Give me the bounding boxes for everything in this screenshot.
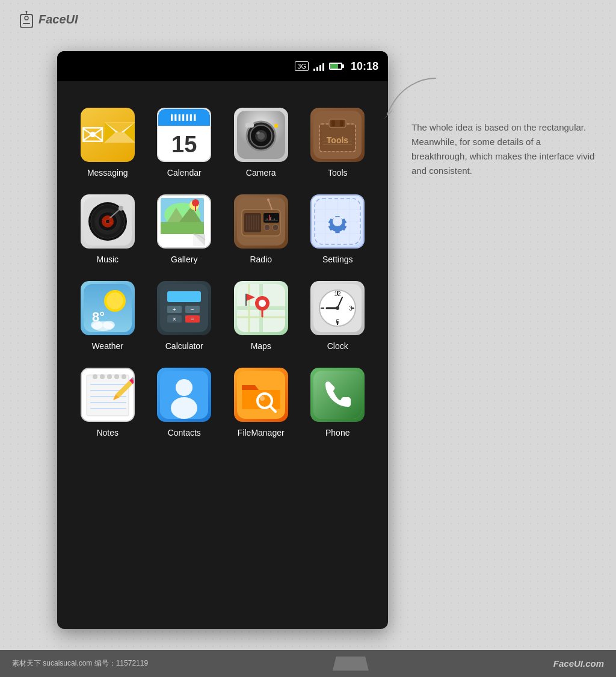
logo-icon bbox=[18, 11, 35, 28]
svg-rect-105 bbox=[245, 294, 247, 306]
svg-point-129 bbox=[114, 374, 119, 379]
svg-point-137 bbox=[176, 379, 192, 396]
music-icon bbox=[81, 194, 135, 249]
svg-rect-22 bbox=[331, 120, 335, 126]
messaging-icon bbox=[81, 108, 135, 162]
phone-label: Phone bbox=[325, 428, 350, 437]
svg-point-46 bbox=[192, 199, 199, 206]
tools-icon: Tools bbox=[310, 108, 365, 162]
svg-point-127 bbox=[100, 374, 105, 379]
signal-bars-icon bbox=[313, 61, 324, 71]
phone-frame: 3G 10:18 Messaging bbox=[57, 51, 388, 629]
messaging-label: Messaging bbox=[87, 168, 128, 178]
notes-icon bbox=[81, 368, 135, 422]
maps-icon bbox=[234, 281, 288, 335]
app-music[interactable]: Music bbox=[69, 186, 146, 273]
app-settings[interactable]: Settings bbox=[300, 186, 377, 273]
app-camera[interactable]: Camera bbox=[223, 99, 300, 186]
contacts-label: Contacts bbox=[168, 428, 201, 437]
svg-rect-26 bbox=[323, 144, 352, 145]
app-weather[interactable]: 8° Weather bbox=[69, 273, 146, 359]
svg-text:6: 6 bbox=[336, 318, 339, 325]
camera-icon bbox=[234, 108, 288, 162]
app-clock[interactable]: 12 3 6 Clock bbox=[300, 273, 377, 359]
svg-point-69 bbox=[267, 199, 270, 201]
clock-label: Clock bbox=[327, 341, 348, 351]
weather-icon: 8° bbox=[81, 281, 135, 335]
svg-text:12: 12 bbox=[334, 291, 342, 297]
svg-rect-144 bbox=[313, 371, 362, 419]
svg-point-86 bbox=[103, 321, 115, 329]
svg-point-67 bbox=[273, 224, 279, 230]
calendar-icon: ▌▌▌▌▌▌▌ 15 bbox=[157, 108, 211, 162]
app-contacts[interactable]: Contacts bbox=[146, 359, 223, 446]
calendar-label: Calendar bbox=[167, 168, 202, 178]
bottom-bar: 素材天下 sucaisucai.com 编号：11572119 FaceUI.c… bbox=[0, 650, 616, 677]
svg-point-126 bbox=[93, 374, 97, 379]
app-filemanager[interactable]: FileManager bbox=[223, 359, 300, 446]
svg-point-85 bbox=[91, 321, 103, 329]
phone-icon bbox=[310, 368, 365, 422]
battery-icon bbox=[329, 63, 342, 70]
app-calculator[interactable]: + − × = Calculator bbox=[146, 273, 223, 359]
tools-label: Tools bbox=[328, 168, 348, 178]
svg-rect-120 bbox=[87, 375, 129, 416]
app-messaging[interactable]: Messaging bbox=[69, 99, 146, 186]
svg-point-1 bbox=[25, 16, 28, 20]
app-calendar[interactable]: ▌▌▌▌▌▌▌ 15 Calendar bbox=[146, 99, 223, 186]
logo-text: FaceUI bbox=[38, 13, 78, 26]
svg-rect-42 bbox=[161, 222, 204, 234]
app-phone[interactable]: Phone bbox=[300, 359, 377, 446]
filemanager-label: FileManager bbox=[238, 428, 285, 437]
svg-text:+: + bbox=[173, 306, 176, 313]
network-icon: 3G bbox=[295, 61, 309, 71]
calculator-label: Calculator bbox=[165, 341, 203, 351]
radio-label: Radio bbox=[250, 255, 272, 264]
svg-rect-60 bbox=[263, 213, 279, 223]
svg-text:=: = bbox=[191, 316, 194, 323]
gallery-icon bbox=[157, 194, 211, 249]
svg-point-142 bbox=[260, 396, 265, 401]
calculator-icon: + − × = bbox=[157, 281, 211, 335]
status-bar: 3G 10:18 bbox=[57, 51, 388, 81]
annotation: The whole idea is based on the rectangul… bbox=[411, 120, 598, 178]
contacts-icon bbox=[157, 368, 211, 422]
settings-icon bbox=[310, 194, 365, 249]
svg-point-130 bbox=[122, 374, 126, 379]
notes-label: Notes bbox=[96, 428, 119, 437]
svg-point-82 bbox=[106, 292, 123, 309]
music-label: Music bbox=[96, 255, 119, 264]
svg-rect-25 bbox=[323, 141, 352, 141]
app-maps[interactable]: Maps bbox=[223, 273, 300, 359]
svg-point-118 bbox=[336, 306, 339, 310]
svg-point-38 bbox=[119, 206, 123, 211]
bottom-left-text: 素材天下 sucaisucai.com 编号：11572119 bbox=[12, 658, 148, 669]
svg-rect-16 bbox=[245, 123, 254, 128]
svg-point-128 bbox=[107, 374, 112, 379]
logo: FaceUI bbox=[18, 11, 78, 28]
app-tools[interactable]: Tools Tools bbox=[300, 99, 377, 186]
bottom-divider bbox=[333, 657, 369, 671]
app-grid: Messaging ▌▌▌▌▌▌▌ 15 Calendar bbox=[57, 81, 388, 464]
svg-point-103 bbox=[259, 300, 266, 307]
svg-rect-17 bbox=[274, 124, 278, 128]
bottom-right-text: FaceUI.com bbox=[553, 658, 604, 669]
svg-rect-2 bbox=[23, 23, 30, 24]
app-radio[interactable]: Radio bbox=[223, 186, 300, 273]
clock-icon: 12 3 6 bbox=[310, 281, 365, 335]
annotation-arrow bbox=[375, 72, 448, 132]
settings-label: Settings bbox=[322, 255, 353, 264]
maps-label: Maps bbox=[251, 341, 271, 351]
svg-marker-145 bbox=[384, 108, 393, 119]
weather-label: Weather bbox=[91, 341, 123, 351]
gallery-label: Gallery bbox=[171, 255, 197, 264]
svg-point-4 bbox=[26, 11, 28, 13]
svg-point-78 bbox=[333, 217, 342, 226]
app-gallery[interactable]: Gallery bbox=[146, 186, 223, 273]
app-notes[interactable]: Notes bbox=[69, 359, 146, 446]
status-time: 10:18 bbox=[351, 60, 378, 73]
svg-text:3: 3 bbox=[349, 305, 353, 312]
svg-text:−: − bbox=[191, 306, 194, 313]
svg-point-66 bbox=[264, 224, 270, 230]
svg-rect-23 bbox=[340, 120, 343, 126]
